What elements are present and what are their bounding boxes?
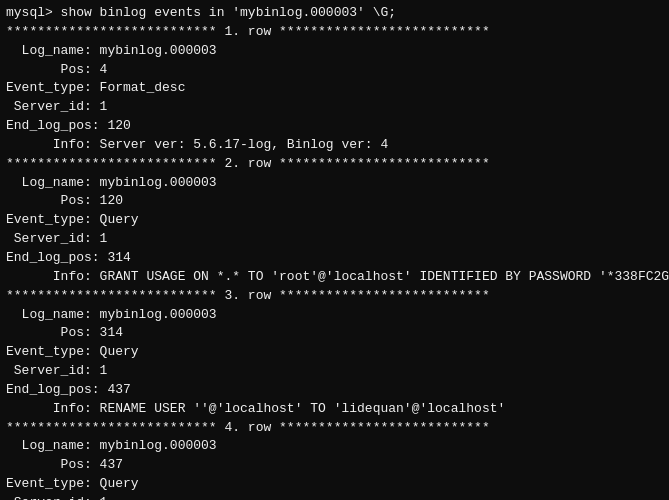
row1-info: Info: Server ver: 5.6.17-log, Binlog ver… xyxy=(6,136,663,155)
row1-logname: Log_name: mybinlog.000003 xyxy=(6,42,663,61)
row4-eventtype: Event_type: Query xyxy=(6,475,663,494)
row4-serverid: Server_id: 1 xyxy=(6,494,663,500)
row3-logname: Log_name: mybinlog.000003 xyxy=(6,306,663,325)
row3-info: Info: RENAME USER ''@'localhost' TO 'lid… xyxy=(6,400,663,419)
row3-pos: Pos: 314 xyxy=(6,324,663,343)
row4-pos: Pos: 437 xyxy=(6,456,663,475)
row1-endlogpos: End_log_pos: 120 xyxy=(6,117,663,136)
row1-serverid: Server_id: 1 xyxy=(6,98,663,117)
row2-eventtype: Event_type: Query xyxy=(6,211,663,230)
row2-logname: Log_name: mybinlog.000003 xyxy=(6,174,663,193)
row2-serverid: Server_id: 1 xyxy=(6,230,663,249)
row2-endlogpos: End_log_pos: 314 xyxy=(6,249,663,268)
terminal-window: { "terminal": { "prompt": "mysql> show b… xyxy=(0,0,669,500)
row1-pos: Pos: 4 xyxy=(6,61,663,80)
terminal-content: mysql> show binlog events in 'mybinlog.0… xyxy=(6,4,663,500)
row3-eventtype: Event_type: Query xyxy=(6,343,663,362)
row3-divider: *************************** 3. row *****… xyxy=(6,287,663,306)
prompt-line: mysql> show binlog events in 'mybinlog.0… xyxy=(6,4,663,23)
row1-eventtype: Event_type: Format_desc xyxy=(6,79,663,98)
row2-pos: Pos: 120 xyxy=(6,192,663,211)
row4-divider: *************************** 4. row *****… xyxy=(6,419,663,438)
row1-divider: *************************** 1. row *****… xyxy=(6,23,663,42)
row2-info: Info: GRANT USAGE ON *.* TO 'root'@'loca… xyxy=(6,268,663,287)
row2-divider: *************************** 2. row *****… xyxy=(6,155,663,174)
row4-logname: Log_name: mybinlog.000003 xyxy=(6,437,663,456)
row3-endlogpos: End_log_pos: 437 xyxy=(6,381,663,400)
row3-serverid: Server_id: 1 xyxy=(6,362,663,381)
